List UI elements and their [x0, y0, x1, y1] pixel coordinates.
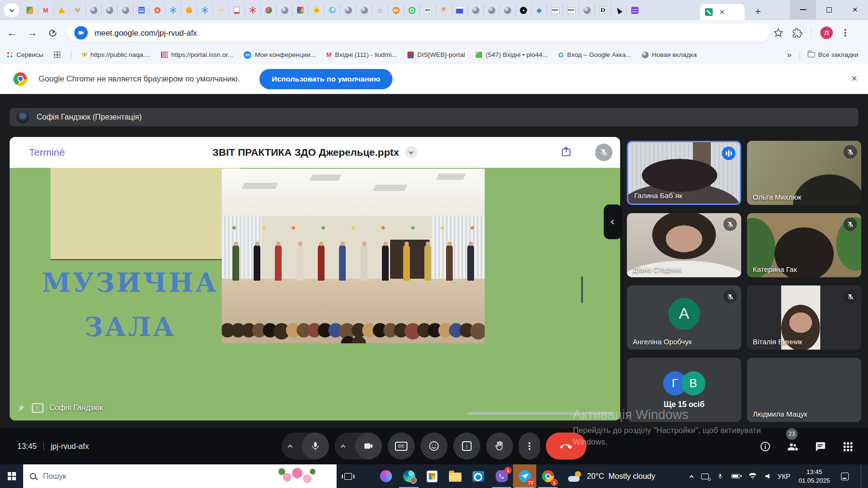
pinned-tab[interactable] [611, 4, 627, 16]
camera-button[interactable] [335, 433, 382, 460]
pinned-tab[interactable] [149, 4, 165, 16]
pinned-tab[interactable] [22, 4, 38, 16]
pinned-tab[interactable] [197, 4, 213, 16]
all-bookmarks-button[interactable]: Все закладки [808, 51, 858, 58]
pinned-tab[interactable] [102, 4, 118, 16]
tab-close-icon[interactable]: × [719, 8, 725, 16]
captions-button[interactable]: CC [388, 433, 415, 460]
pinned-tab[interactable]: PKP [547, 4, 563, 16]
bookmark-item[interactable]: zmМои конференции... [244, 51, 315, 59]
tray-expand-icon[interactable] [689, 475, 693, 479]
bookmark-item[interactable] [54, 52, 60, 58]
slide-scroll-thumb[interactable] [581, 276, 583, 303]
pinned-tab[interactable] [165, 4, 181, 16]
taskbar-chrome-button[interactable]: 1 [536, 464, 559, 488]
pinned-tab[interactable] [436, 4, 452, 16]
pinned-tab[interactable] [261, 4, 277, 16]
mic-button[interactable] [282, 433, 329, 460]
back-button[interactable]: ← [4, 25, 20, 41]
reload-button[interactable] [44, 25, 61, 41]
presentation-tile[interactable]: Terminé ЗВІТ ПРАКТИКА ЗДО Джерельце.pptx… [10, 137, 620, 420]
bookmark-item[interactable]: Ψhttps://public.naqa.... [82, 51, 150, 58]
present-button[interactable]: ↑ [453, 433, 480, 460]
bookmarks-overflow-button[interactable]: » [787, 50, 791, 60]
taskbar-outlook-button[interactable] [467, 464, 490, 488]
bookmark-item[interactable]: DIS[WEB]-portal [407, 51, 465, 58]
task-view-button[interactable] [337, 464, 360, 488]
address-bar[interactable]: meet.google.com/jpj-rvud-afx [68, 24, 769, 42]
tab-search-button[interactable] [4, 3, 19, 17]
pinned-tab[interactable] [356, 4, 372, 16]
wifi-icon[interactable] [748, 473, 757, 479]
pinned-tab[interactable] [627, 4, 643, 16]
pinned-tab[interactable] [484, 4, 500, 16]
pinned-tab[interactable] [325, 4, 340, 16]
collapse-panel-handle[interactable] [604, 204, 622, 239]
participant-tile[interactable]: Людмила Мацук [747, 358, 861, 422]
bookmark-item[interactable]: GВход – Google Акка... [558, 51, 631, 59]
pinned-tab[interactable] [293, 4, 309, 16]
pinned-tab[interactable] [340, 4, 356, 16]
pinned-tab[interactable] [86, 4, 102, 16]
extensions-icon[interactable] [792, 28, 802, 38]
raise-hand-button[interactable] [486, 433, 513, 460]
bookmark-item[interactable] [71, 51, 71, 59]
pinned-tab[interactable] [309, 4, 325, 16]
taskbar-search-box[interactable]: Пошук [23, 464, 337, 488]
pinned-tab[interactable]: WIX [420, 4, 436, 16]
mic-icon[interactable] [302, 433, 329, 460]
forward-button[interactable]: → [24, 25, 41, 41]
pinned-tab[interactable]: BM [388, 4, 404, 16]
pinned-tab[interactable] [181, 4, 197, 16]
start-button[interactable] [0, 464, 23, 488]
mic-options-chevron-icon[interactable] [288, 444, 293, 449]
language-indicator[interactable]: УКР [778, 473, 790, 480]
activities-button[interactable] [842, 441, 854, 452]
bookmark-item[interactable]: Новая вкладка [642, 51, 697, 58]
camera-icon[interactable] [355, 433, 382, 460]
participant-tile[interactable]: Катерина Гак [747, 213, 861, 277]
pinned-tab[interactable]: D [595, 4, 611, 16]
pinned-tab[interactable] [118, 4, 134, 16]
tray-mic-icon[interactable] [717, 473, 723, 480]
taskbar-viber-button[interactable]: 1 [490, 464, 513, 488]
taskbar-store-button[interactable] [420, 464, 444, 488]
pinned-tab[interactable] [452, 4, 468, 16]
taskbar-telegram-button[interactable]: 72 [513, 464, 536, 488]
taskbar-copilot-button[interactable] [374, 464, 397, 488]
window-minimize-button[interactable] [790, 0, 816, 19]
taskbar-weather-widget[interactable]: 20°C Mostly cloudy [568, 471, 655, 482]
pinned-tab[interactable]: M [38, 4, 54, 16]
participant-tile[interactable]: А Ангеліна Оробчук [627, 285, 741, 350]
bookmark-item[interactable]: https://portal.issn.or... [161, 51, 233, 58]
pinned-tab[interactable] [404, 4, 420, 16]
participant-tile[interactable]: Віталія Винник [747, 285, 861, 350]
pinned-tab[interactable] [54, 4, 70, 16]
banner-close-icon[interactable]: × [851, 72, 857, 85]
camera-options-chevron-icon[interactable] [341, 444, 346, 449]
participant-tile[interactable]: Ольга Михлюк [747, 141, 861, 205]
pinned-tab[interactable]: ⌂ [372, 4, 388, 16]
pinned-tab[interactable] [213, 4, 229, 16]
window-close-button[interactable]: × [842, 0, 868, 19]
participant-tile[interactable]: Діана Стадник [627, 213, 741, 277]
chat-panel-button[interactable] [814, 441, 826, 452]
taskbar-clock[interactable]: 13:4501.05.2025 [799, 468, 830, 485]
tray-cast-icon[interactable] [701, 474, 709, 479]
show-desktop-button[interactable] [861, 464, 863, 488]
share-icon[interactable] [560, 146, 572, 159]
pinned-tab[interactable] [134, 4, 149, 16]
people-panel-button[interactable]: 23 [787, 441, 799, 452]
bookmark-item[interactable]: MВхідні (111) - liudmi... [326, 51, 397, 58]
window-maximize-button[interactable] [816, 0, 842, 19]
pinned-tab[interactable]: ◆ [531, 4, 547, 16]
pinned-tab[interactable]: Ψ [70, 4, 86, 16]
new-tab-button[interactable]: + [751, 5, 765, 18]
pinned-tab[interactable] [229, 4, 245, 16]
pinned-tab[interactable] [500, 4, 515, 16]
filename-dropdown-button[interactable] [405, 146, 418, 159]
participant-tile[interactable]: Галина Баб`як [627, 141, 741, 205]
battery-icon[interactable] [732, 474, 740, 478]
pinned-tab[interactable] [579, 4, 595, 16]
pinned-tab[interactable] [468, 4, 484, 16]
